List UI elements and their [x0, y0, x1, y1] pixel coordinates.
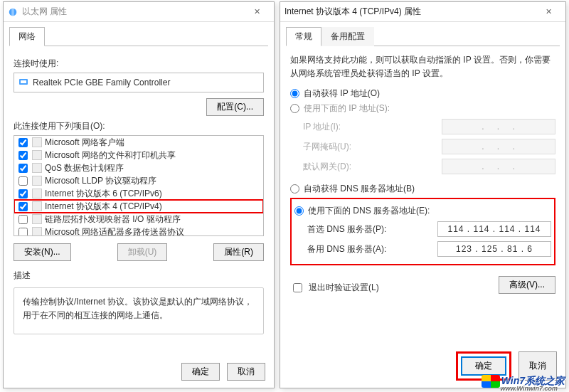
- ip-auto-radio-input[interactable]: [290, 89, 299, 98]
- ip-auto-radio[interactable]: 自动获得 IP 地址(O): [290, 88, 555, 100]
- dns-preferred-label: 首选 DNS 服务器(P):: [307, 223, 437, 235]
- list-item-checkbox[interactable]: [18, 176, 28, 186]
- description-box: 传输控制协议/Internet 协议。该协议是默认的广域网络协议，用于在不同的相…: [14, 287, 264, 334]
- ip-manual-radio-input[interactable]: [290, 104, 299, 113]
- list-item-label: Microsoft 网络适配器多路传送器协议: [45, 226, 184, 237]
- connect-using-label: 连接时使用:: [14, 58, 264, 70]
- ethernet-properties-window: 以太网 属性 ✕ 网络 连接时使用: Realtek PCIe GBE Fami…: [3, 1, 275, 388]
- protocol-icon: [32, 189, 42, 198]
- dns-manual-radio-input[interactable]: [294, 206, 304, 216]
- list-item-checkbox[interactable]: [18, 215, 28, 224]
- protocol-icon: [32, 163, 42, 173]
- window-body: 如果网络支持此功能，则可以获取自动指派的 IP 设置。否则，你需要从网络系统管理…: [280, 46, 565, 302]
- protocol-icon: [32, 150, 42, 160]
- protocol-icon: [32, 137, 42, 147]
- validate-checkbox-row[interactable]: 退出时验证设置(L): [290, 281, 499, 295]
- list-item-checkbox[interactable]: [18, 138, 28, 147]
- dialog-footer: 确定 取消: [181, 363, 265, 381]
- window-title: Internet 协议版本 4 (TCP/IPv4) 属性: [284, 6, 421, 18]
- list-item-label: Microsoft LLDP 协议驱动程序: [45, 175, 156, 187]
- adapter-field[interactable]: Realtek PCIe GBE Family Controller: [14, 73, 264, 92]
- ok-button[interactable]: 确定: [461, 356, 506, 376]
- uninstall-button: 卸载(U): [117, 243, 168, 261]
- list-item-label: Internet 协议版本 6 (TCP/IPv6): [45, 188, 162, 200]
- protocol-icon: [32, 214, 42, 224]
- windows-flag-icon: [482, 375, 500, 388]
- protocol-icon: [32, 201, 42, 211]
- ip-manual-radio[interactable]: 使用下面的 IP 地址(S):: [290, 102, 555, 115]
- tab-general[interactable]: 常规: [286, 27, 321, 46]
- list-item-label: Internet 协议版本 4 (TCP/IPv4): [45, 201, 162, 213]
- protocol-icon: [32, 227, 42, 236]
- watermark: Win7系统之家 www.Winwin7.com: [482, 375, 565, 388]
- ip-address-input: . . .: [442, 119, 555, 134]
- protocol-list[interactable]: Microsoft 网络客户端Microsoft 网络的文件和打印机共享QoS …: [14, 135, 264, 236]
- adapter-icon: [18, 77, 28, 89]
- gateway-label: 默认网关(D):: [303, 161, 442, 173]
- ip-auto-label: 自动获得 IP 地址(O): [304, 88, 380, 100]
- ip-manual-label: 使用下面的 IP 地址(S):: [304, 102, 390, 115]
- tabstrip: 网络: [9, 26, 268, 46]
- gateway-input: . . .: [442, 159, 555, 174]
- tab-network[interactable]: 网络: [9, 27, 45, 46]
- list-item-label: Microsoft 网络客户端: [45, 137, 124, 149]
- dns-auto-label: 自动获得 DNS 服务器地址(B): [304, 183, 415, 195]
- configure-button[interactable]: 配置(C)...: [206, 98, 264, 116]
- dns-auto-radio-input[interactable]: [290, 184, 299, 194]
- titlebar: Internet 协议版本 4 (TCP/IPv4) 属性 ✕: [280, 2, 565, 22]
- list-item[interactable]: Internet 协议版本 4 (TCP/IPv4): [14, 200, 263, 213]
- window-title: 以太网 属性: [22, 6, 67, 18]
- tab-alternate[interactable]: 备用配置: [321, 27, 374, 46]
- ipv4-properties-window: Internet 协议版本 4 (TCP/IPv4) 属性 ✕ 常规 备用配置 …: [280, 1, 566, 388]
- advanced-button[interactable]: 高级(V)...: [499, 276, 555, 294]
- dns-preferred-input[interactable]: 114 . 114 . 114 . 114: [437, 221, 551, 237]
- adapter-name: Realtek PCIe GBE Family Controller: [33, 78, 170, 88]
- list-item-checkbox[interactable]: [18, 202, 28, 211]
- list-item[interactable]: Microsoft LLDP 协议驱动程序: [14, 174, 263, 187]
- description-text: 传输控制协议/Internet 协议。该协议是默认的广域网络协议，用于在不同的相…: [23, 295, 255, 322]
- window-body: 连接时使用: Realtek PCIe GBE Family Controlle…: [4, 46, 274, 341]
- install-button[interactable]: 安装(N)...: [14, 243, 71, 261]
- properties-button[interactable]: 属性(R): [213, 243, 264, 261]
- items-label: 此连接使用下列项目(O):: [14, 120, 264, 132]
- network-icon: [8, 7, 18, 17]
- list-item[interactable]: Microsoft 网络的文件和打印机共享: [14, 149, 263, 161]
- list-item[interactable]: Microsoft 网络适配器多路传送器协议: [14, 226, 263, 236]
- cancel-button[interactable]: 取消: [227, 363, 265, 381]
- close-icon[interactable]: ✕: [244, 5, 270, 19]
- svg-rect-1: [11, 8, 14, 16]
- dns-alternate-label: 备用 DNS 服务器(A):: [307, 243, 437, 255]
- validate-checkbox[interactable]: [293, 283, 302, 292]
- list-item-label: 链路层拓扑发现映射器 I/O 驱动程序: [45, 213, 181, 226]
- svg-rect-3: [21, 80, 26, 83]
- list-item-label: QoS 数据包计划程序: [45, 162, 124, 174]
- dns-manual-highlight: 使用下面的 DNS 服务器地址(E): 首选 DNS 服务器(P): 114 .…: [290, 198, 555, 265]
- subnet-input: . . .: [442, 139, 555, 154]
- tabstrip: 常规 备用配置: [286, 26, 560, 46]
- subnet-label: 子网掩码(U):: [303, 141, 442, 153]
- list-item[interactable]: Microsoft 网络客户端: [14, 136, 263, 149]
- dns-alternate-input[interactable]: 123 . 125 . 81 . 6: [437, 241, 551, 257]
- dns-manual-label: 使用下面的 DNS 服务器地址(E):: [308, 205, 430, 217]
- ok-button[interactable]: 确定: [181, 363, 220, 381]
- list-item-checkbox[interactable]: [18, 164, 28, 173]
- protocol-icon: [32, 176, 42, 186]
- dns-auto-radio[interactable]: 自动获得 DNS 服务器地址(B): [290, 183, 555, 195]
- description-title: 描述: [14, 270, 264, 282]
- list-item[interactable]: Internet 协议版本 6 (TCP/IPv6): [14, 187, 263, 200]
- list-item-checkbox[interactable]: [18, 228, 28, 237]
- list-item[interactable]: QoS 数据包计划程序: [14, 161, 263, 174]
- titlebar: 以太网 属性 ✕: [4, 2, 274, 22]
- ip-address-label: IP 地址(I):: [303, 121, 442, 133]
- list-item-label: Microsoft 网络的文件和打印机共享: [45, 149, 176, 161]
- list-item-checkbox[interactable]: [18, 189, 28, 198]
- validate-label: 退出时验证设置(L): [309, 282, 379, 294]
- list-item[interactable]: 链路层拓扑发现映射器 I/O 驱动程序: [14, 213, 263, 226]
- intro-text: 如果网络支持此功能，则可以获取自动指派的 IP 设置。否则，你需要从网络系统管理…: [290, 53, 555, 80]
- watermark-url: www.Winwin7.com: [500, 385, 558, 392]
- list-item-checkbox[interactable]: [18, 151, 28, 160]
- close-icon[interactable]: ✕: [536, 5, 561, 19]
- dns-manual-radio[interactable]: 使用下面的 DNS 服务器地址(E):: [294, 205, 551, 217]
